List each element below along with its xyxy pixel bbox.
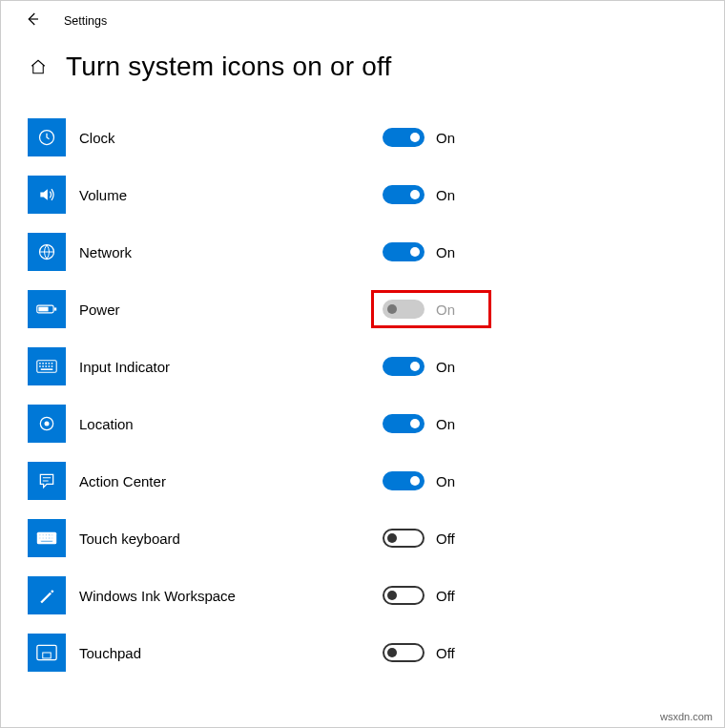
setting-row-volume: VolumeOn <box>28 166 724 223</box>
svg-rect-13 <box>45 365 47 367</box>
setting-row-windows-ink: Windows Ink WorkspaceOff <box>28 567 724 624</box>
toggle-touchpad[interactable] <box>383 643 425 662</box>
svg-rect-12 <box>42 365 44 367</box>
svg-rect-8 <box>45 363 47 364</box>
toggle-state-text: On <box>436 416 455 432</box>
svg-rect-7 <box>42 363 44 364</box>
setting-label: Touch keyboard <box>79 530 365 547</box>
svg-rect-28 <box>49 537 51 539</box>
svg-rect-24 <box>52 534 53 536</box>
toggle-network[interactable] <box>383 242 425 261</box>
location-icon <box>28 405 66 443</box>
setting-row-network: NetworkOn <box>28 223 724 281</box>
svg-rect-16 <box>41 368 53 370</box>
svg-rect-3 <box>54 307 56 310</box>
setting-row-touchpad: TouchpadOff <box>28 624 724 681</box>
svg-rect-23 <box>49 534 51 536</box>
setting-label: Touchpad <box>79 645 365 661</box>
svg-rect-22 <box>45 534 47 536</box>
svg-rect-30 <box>41 540 53 542</box>
power-icon <box>28 290 66 328</box>
setting-label: Power <box>79 302 365 318</box>
toggle-action-center[interactable] <box>383 471 425 490</box>
svg-rect-15 <box>52 365 53 367</box>
toggle-power <box>383 300 425 319</box>
home-icon[interactable] <box>30 58 47 75</box>
back-button[interactable] <box>24 10 41 31</box>
toggle-state-text: On <box>436 473 455 489</box>
setting-label: Location <box>79 416 365 432</box>
toggle-state-text: On <box>436 130 455 146</box>
toggle-state-text: On <box>436 244 455 260</box>
toggle-windows-ink[interactable] <box>383 586 425 605</box>
watermark: wsxdn.com <box>656 710 716 723</box>
toggle-state-text: On <box>436 359 455 375</box>
touchpad-icon <box>28 634 66 672</box>
setting-row-action-center: Action CenterOn <box>28 452 724 510</box>
svg-rect-9 <box>49 363 51 364</box>
toggle-state-text: On <box>436 187 455 203</box>
toggle-state-text: Off <box>436 530 455 547</box>
toggle-touch-keyboard[interactable] <box>383 529 425 548</box>
setting-label: Windows Ink Workspace <box>79 588 365 604</box>
svg-rect-11 <box>39 365 41 367</box>
action-center-icon <box>28 462 66 500</box>
toggle-state-text: Off <box>436 588 455 604</box>
setting-label: Network <box>79 244 365 260</box>
toggle-location[interactable] <box>383 414 425 433</box>
toggle-state-text: On <box>436 302 455 318</box>
toggle-input-indicator[interactable] <box>383 357 425 376</box>
toggle-volume[interactable] <box>383 185 425 204</box>
volume-icon <box>28 176 66 214</box>
page-title: Turn system icons on or off <box>66 52 392 82</box>
windows-ink-icon <box>28 576 66 614</box>
touch-keyboard-icon <box>28 519 66 557</box>
setting-row-clock: ClockOn <box>28 109 724 166</box>
toggle-clock[interactable] <box>383 128 425 147</box>
svg-rect-6 <box>39 363 41 364</box>
svg-point-18 <box>45 422 50 426</box>
setting-label: Clock <box>79 130 365 146</box>
svg-rect-4 <box>38 307 48 312</box>
setting-label: Action Center <box>79 473 365 489</box>
svg-rect-14 <box>49 365 51 367</box>
input-indicator-icon <box>28 347 66 385</box>
svg-rect-26 <box>42 537 44 539</box>
svg-rect-20 <box>39 534 41 536</box>
svg-rect-10 <box>52 363 53 364</box>
setting-row-location: LocationOn <box>28 395 724 452</box>
svg-rect-25 <box>39 537 41 539</box>
svg-rect-27 <box>45 537 47 539</box>
setting-row-power: PowerOn <box>28 281 724 338</box>
app-label: Settings <box>64 14 107 28</box>
svg-rect-29 <box>52 537 53 539</box>
setting-row-input-indicator: Input IndicatorOn <box>28 338 724 395</box>
setting-row-touch-keyboard: Touch keyboardOff <box>28 510 724 567</box>
svg-rect-32 <box>43 653 51 658</box>
svg-rect-21 <box>42 534 44 536</box>
setting-label: Volume <box>79 187 365 203</box>
network-icon <box>28 233 66 271</box>
toggle-state-text: Off <box>436 645 455 661</box>
setting-label: Input Indicator <box>79 359 365 375</box>
clock-icon <box>28 118 66 156</box>
